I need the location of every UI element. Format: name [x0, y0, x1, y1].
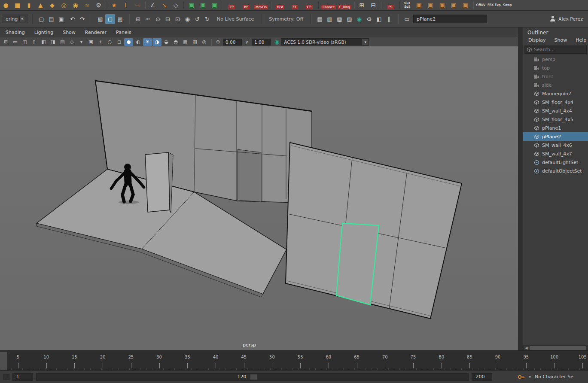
cp-tool-button[interactable]: CP [302, 0, 317, 10]
gate-mask-icon[interactable]: ▯ [30, 38, 39, 46]
wireframe-icon[interactable]: ◻ [115, 38, 124, 46]
range-slider-thumb[interactable] [250, 374, 257, 380]
snap-view-icon[interactable]: ⊡ [173, 14, 183, 24]
poly-disc-icon[interactable]: ◉ [70, 0, 81, 10]
scythe-tool-icon[interactable]: ¬ [131, 0, 143, 10]
ipr-render-icon[interactable]: ▩ [335, 14, 344, 24]
render-sphere-icon[interactable]: ◉ [354, 14, 364, 24]
connec-tool-button[interactable]: Connec [320, 0, 337, 10]
bp-tool-button[interactable]: BP [239, 0, 253, 10]
cring-tool-button[interactable]: C_Ring [337, 0, 352, 10]
safe-title-icon[interactable]: ▤ [58, 38, 67, 46]
redo-icon[interactable]: ↷ [77, 14, 87, 24]
locator-tool-icon[interactable]: ◇ [170, 0, 182, 10]
menu-show[interactable]: Show [58, 30, 80, 35]
camera-attributes-icon[interactable]: ◇ [67, 38, 76, 46]
save-scene-icon[interactable]: ▣ [56, 14, 66, 24]
cycle-icon[interactable]: ↻ [202, 14, 212, 24]
snap-plane-icon[interactable]: ⊟ [163, 14, 173, 24]
textured-icon[interactable]: ◐ [134, 38, 143, 46]
range-grip[interactable] [3, 374, 9, 380]
poly-cone-icon[interactable]: ▲ [35, 0, 46, 10]
film-gate-icon[interactable]: ▭ [11, 38, 20, 46]
ps-tool-button[interactable]: PS [383, 0, 398, 10]
hist-tool-button[interactable]: Hist [273, 0, 287, 10]
poly-torus-icon[interactable]: ◎ [58, 0, 70, 10]
multisample-icon[interactable]: ▦ [181, 38, 190, 46]
search-input[interactable] [534, 47, 585, 52]
offuv-tool-button[interactable]: OffUV [475, 0, 487, 10]
render-view-icon[interactable]: ▦ [315, 14, 325, 24]
construction-history-icon[interactable]: ↺ [192, 14, 202, 24]
shaded-icon[interactable]: ● [124, 38, 133, 46]
motion-blur-icon[interactable]: ◓ [171, 38, 180, 46]
menu-set-dropdown[interactable]: ering ▾ [2, 15, 28, 23]
render-settings-icon[interactable]: ⚙ [364, 14, 374, 24]
panel-divider[interactable] [518, 27, 523, 350]
poly-cube-icon[interactable]: ■ [12, 0, 23, 10]
exposure-field[interactable]: 0.00 [223, 39, 242, 46]
outliner-item-persp[interactable]: persp [523, 55, 588, 64]
anim-start-field[interactable]: 1 [12, 373, 33, 381]
uv-cube-icon[interactable]: ▣ [425, 0, 436, 10]
arrow-tool-icon[interactable]: ↘ [158, 0, 170, 10]
snap-grid-icon[interactable]: ⊞ [133, 14, 143, 24]
outliner-item-SM_floor_4x4[interactable]: SM_floor_4x4 [523, 98, 588, 106]
symmetry-dropdown[interactable]: Symmetry: Off [265, 16, 307, 22]
input-field-icon[interactable]: ▭ [402, 14, 412, 24]
pan-zoom-icon[interactable]: + [96, 38, 105, 46]
outliner-item-SM_wall_4x4[interactable]: SM_wall_4x4 [523, 106, 588, 115]
menu-shading[interactable]: Shading [1, 30, 30, 35]
isolate-icon[interactable]: ◎ [200, 38, 209, 46]
poly-cylinder-icon[interactable]: ▮ [23, 0, 35, 10]
undo-icon[interactable]: ↶ [67, 14, 77, 24]
uv-cube-icon[interactable]: ▣ [448, 0, 460, 10]
outliner-item-top[interactable]: top [523, 64, 588, 72]
menu-panels[interactable]: Panels [111, 30, 136, 35]
view-transform-enabled-icon[interactable]: ◉ [274, 39, 279, 45]
outliner-item-side[interactable]: side [523, 81, 588, 89]
xray-icon[interactable]: ▨ [190, 38, 199, 46]
outliner-menu-display[interactable]: Display [524, 37, 550, 43]
character-set-dropdown[interactable]: No Character Se [535, 374, 585, 380]
uv-cube-icon[interactable]: ▣ [460, 0, 471, 10]
window-grid2-icon[interactable]: ⊟ [368, 0, 379, 10]
select-component-icon[interactable]: ▨ [115, 14, 125, 24]
lights-icon[interactable]: ☀ [143, 38, 152, 46]
gamma-field[interactable]: 1.00 [252, 39, 271, 46]
time-slider[interactable]: 5101520253035404550556065707580859095100… [0, 350, 588, 370]
outliner-item-SM_floor_4x5[interactable]: SM_floor_4x5 [523, 115, 588, 124]
ft-tool-button[interactable]: FT [287, 0, 302, 10]
outliner-search[interactable] [524, 46, 587, 54]
new-scene-icon[interactable]: ▢ [37, 14, 46, 24]
render-current-icon[interactable]: ▥ [325, 14, 335, 24]
exposure-icon[interactable]: ⊕ [213, 38, 222, 46]
poly-plane-icon[interactable]: ◆ [46, 0, 58, 10]
3d-viewport[interactable]: persp [0, 46, 518, 350]
quick-selection-field[interactable]: pPlane2 [413, 15, 487, 23]
outliner-item-Mannequin7[interactable]: Mannequin7 [523, 89, 588, 98]
shadows-icon[interactable]: ◑ [152, 38, 161, 46]
uv-cube-icon[interactable]: ▣ [413, 0, 425, 10]
outliner-item-defaultObjectSet[interactable]: defaultObjectSet [523, 167, 588, 175]
select-object-icon[interactable]: ◻ [105, 14, 115, 24]
gamma-icon[interactable]: γ [242, 38, 251, 46]
ao-icon[interactable]: ◒ [162, 38, 171, 46]
outliner-scrollbar[interactable]: ◀ [523, 345, 588, 350]
fbxexp-tool-button[interactable]: FBX Exp [487, 0, 502, 10]
swap-tool-button[interactable]: Swap [502, 0, 513, 10]
import-cube-icon[interactable]: ▣ [186, 0, 197, 10]
current-frame-indicator[interactable] [0, 352, 7, 370]
snap-point-icon[interactable]: ⊙ [153, 14, 163, 24]
outliner-item-SM_wall_4x7[interactable]: SM_wall_4x7 [523, 149, 588, 158]
snap-curve-icon[interactable]: ≈ [143, 14, 153, 24]
staff-tool-icon[interactable]: I [120, 0, 131, 10]
outliner-item-SM_wall_4x6[interactable]: SM_wall_4x6 [523, 141, 588, 149]
poly-gear-icon[interactable]: ⚙ [93, 0, 104, 10]
poly-helix-icon[interactable]: ≈ [81, 0, 93, 10]
live-surface-label[interactable]: No Live Surface [213, 16, 257, 22]
pause-icon[interactable]: ‖ [384, 14, 394, 24]
resolution-gate-icon[interactable]: ◫ [20, 38, 29, 46]
safe-action-icon[interactable]: ◨ [49, 38, 58, 46]
anim-end-field[interactable]: 200 [472, 373, 492, 381]
